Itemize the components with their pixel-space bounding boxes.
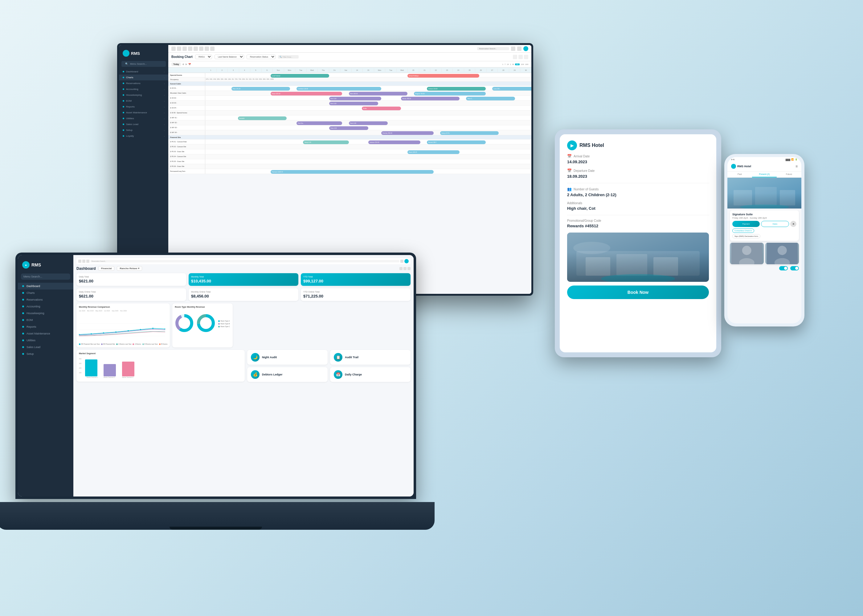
laptop-filter-financial[interactable]: Financial (98, 266, 115, 271)
laptop-nav-reservations[interactable]: Reservations (18, 296, 73, 303)
dashboard-icon-3[interactable] (408, 267, 411, 270)
laptop-nav-charts[interactable]: Charts (18, 289, 73, 296)
laptop-user-avatar[interactable] (405, 259, 409, 263)
booking-room180[interactable]: Room 180.25 (408, 150, 460, 154)
booking-song[interactable]: Song a 34 Sc (440, 131, 499, 135)
laptop-nav-eom[interactable]: EOM (18, 317, 73, 324)
svg-text:300: 300 (79, 363, 82, 365)
book-now-button[interactable]: Book Now (567, 286, 709, 299)
booking-paris300-2[interactable]: Paris 3.00 (329, 126, 369, 130)
booking-perri300-2[interactable]: Perri 3.00 (329, 102, 378, 105)
booking-wagner700[interactable]: Wagner 700.00 (414, 92, 486, 96)
booking-perri-da[interactable]: Perri Da... (296, 121, 342, 125)
debtors-ledger-button[interactable]: 💰 Debtors Ledger (247, 367, 328, 382)
laptop-nav-housekeeping[interactable]: Housekeeping (18, 310, 73, 317)
laptop-nav-asset[interactable]: Asset Maintenance (18, 330, 73, 337)
monitor-nav-dashboard[interactable]: Dashboard › (119, 69, 168, 75)
toolbar-user-avatar[interactable] (523, 46, 528, 51)
laptop-search[interactable]: Menu Search... (21, 273, 70, 280)
filter-search[interactable]: 🔍Filter Area... (278, 55, 299, 58)
mobile-tab-present[interactable]: Present (2) (752, 171, 777, 178)
laptop-toolbar-icon-2[interactable] (82, 260, 85, 263)
night-audit-button[interactable]: 🌙 Night Audit (247, 350, 328, 365)
toolbar-icon-1[interactable] (172, 47, 176, 51)
toolbar-search-icon[interactable] (511, 47, 515, 51)
toolbar-icon-2[interactable] (177, 47, 181, 51)
toolbar-icon-6[interactable] (199, 47, 203, 51)
monitor-nav-reports[interactable]: Reports › (119, 104, 168, 110)
toolbar-icon-8[interactable] (210, 47, 214, 51)
payment-button[interactable]: Payment (732, 221, 760, 227)
action-icon-1[interactable] (513, 55, 517, 59)
monitor-nav-setup[interactable]: Setup › (119, 127, 168, 133)
monitor-nav-eom[interactable]: EOM › (119, 98, 168, 104)
booking-eastwick[interactable]: Eastwick (238, 116, 287, 120)
toolbar-icon-7[interactable] (205, 47, 209, 51)
dashboard-icon-2[interactable] (403, 267, 406, 270)
audit-trail-button[interactable]: 📋 Audit Trail (330, 350, 411, 365)
booking-jackson254[interactable]: Jackson 254.00 (369, 140, 420, 144)
laptop-nav-saleslead[interactable]: Sales Lead (18, 344, 73, 350)
booking-paris300-1[interactable]: Paris 3.00 (349, 121, 388, 125)
today-button[interactable]: Today (172, 63, 181, 66)
toolbar-icon-3[interactable] (183, 47, 187, 51)
booking-hess[interactable]: Hess 3... (466, 97, 515, 101)
monitor-nav-asset[interactable]: Asset Maintenance › (119, 110, 168, 115)
mobile-tab-future[interactable]: Future (777, 171, 802, 178)
monitor-nav-charts[interactable]: Charts › (119, 75, 168, 80)
room-type-revenue-card: Room Type Monthly Revenue (172, 303, 233, 347)
monitor-nav-utilities[interactable]: Utilities › (119, 115, 168, 121)
action-icon-3[interactable] (524, 55, 528, 59)
toolbar-settings-icon[interactable] (517, 47, 521, 51)
booking-bustney[interactable]: Bustney 460.00 (381, 131, 433, 135)
booking-continue118[interactable]: Continue 118.00 (296, 87, 381, 91)
monitor-nav-saleslead[interactable]: Sales Lead › (119, 121, 168, 127)
booking-rudia[interactable]: Rudia (362, 107, 401, 110)
laptop-toolbar-settings[interactable] (400, 260, 403, 263)
monitor-nav-loyalty[interactable]: Loyalty › (119, 133, 168, 139)
toolbar-icon-4[interactable] (188, 47, 192, 51)
booking-hardy[interactable]: Hardy 0.00 (303, 140, 349, 144)
booking-thomson[interactable]: Thomson 1625.70 (271, 170, 434, 174)
mobile-menu-icon[interactable]: ≡ (795, 164, 798, 168)
monitor-nav-housekeeping[interactable]: Housekeeping › (119, 92, 168, 98)
monitor-search[interactable]: 🔍 Menu Search... (121, 61, 166, 67)
next-month-button[interactable]: › (186, 63, 186, 66)
laptop-nav-dashboard[interactable]: Dashboard (18, 283, 73, 289)
booking-perri300-1[interactable]: Perri 3.00 (329, 97, 381, 101)
mobile-room-close-icon[interactable]: ✕ (790, 221, 797, 227)
dashboard-icon-1[interactable] (400, 267, 403, 270)
reservation-search[interactable]: Reservation Search... (477, 47, 509, 50)
sort-select[interactable]: Last Name Balance (214, 55, 244, 59)
sign-form-button[interactable]: Sign (DMS) Declaration form (732, 234, 761, 238)
property-select[interactable]: RMSU (195, 55, 212, 59)
prev-month-button[interactable]: ‹ (183, 63, 184, 66)
monitor-nav-reservations[interactable]: Reservations › (119, 80, 168, 86)
booking-price241[interactable]: Price 241.00 (231, 87, 290, 91)
contactless-checkin-button[interactable]: Contactless Check In (732, 229, 754, 233)
booking-allen365[interactable]: Allen 365.00 (349, 92, 408, 96)
laptop-address-bar[interactable]: Reservation Search... (90, 260, 400, 262)
booking-louis200[interactable]: Louis 200... (492, 87, 531, 91)
laptop-filter-property[interactable]: Rancho Relaxe ▾ (117, 266, 142, 271)
action-icon-2[interactable] (518, 55, 523, 59)
laptop-toolbar-icon-3[interactable] (86, 260, 90, 263)
laptop-nav-reports[interactable]: Reports (18, 324, 73, 330)
mobile-toggle-2[interactable] (790, 266, 799, 270)
mobile-toggle-1[interactable] (779, 266, 788, 270)
dates-button[interactable]: Dates (761, 221, 789, 227)
booking-patchy495[interactable]: Patchy 495.00 (401, 97, 460, 101)
laptop-toolbar-icon[interactable] (78, 260, 81, 263)
laptop-nav-setup[interactable]: Setup (18, 350, 73, 357)
booking-hasan625[interactable]: Hasan 625.00 (271, 92, 342, 96)
svg-point-40 (742, 246, 751, 255)
booking-grease219[interactable]: Grease 219.00 (427, 87, 485, 91)
laptop-nav-accounting[interactable]: Accounting (18, 303, 73, 310)
booking-barnett[interactable]: Barnett 338.7 (427, 140, 485, 144)
toolbar-icon-5[interactable] (194, 47, 198, 51)
status-select[interactable]: Reservation Status (247, 55, 276, 59)
monitor-nav-accounting[interactable]: Accounting › (119, 86, 168, 92)
mobile-tab-past[interactable]: Past (728, 171, 752, 178)
laptop-nav-utilities[interactable]: Utilities (18, 337, 73, 344)
daily-charge-button[interactable]: 📅 Daily Charge (330, 367, 411, 382)
